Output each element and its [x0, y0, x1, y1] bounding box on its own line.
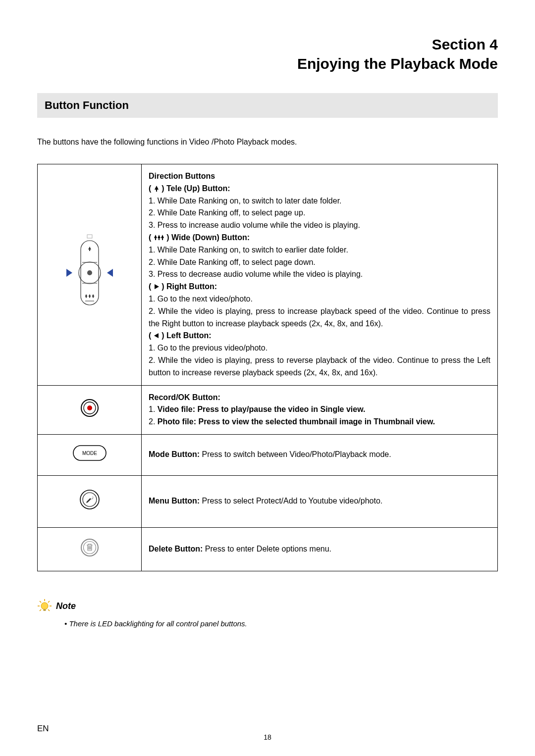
- table-row: Menu Button: Press to select Protect/Add…: [38, 475, 498, 527]
- delete-button-icon: [80, 538, 100, 557]
- three-trees-icon: [154, 234, 164, 241]
- mode-description: Mode Button: Press to switch between Vid…: [142, 434, 498, 475]
- note-label: Note: [56, 601, 76, 611]
- left-triangle-icon: [154, 332, 160, 339]
- table-row: Delete Button: Press to enter Delete opt…: [38, 527, 498, 571]
- svg-rect-7: [89, 297, 90, 298]
- wide-item-1: 1. While Date Ranking on, to switch to e…: [149, 244, 490, 256]
- record-line-2: 2. Photo file: Press to view the selecte…: [149, 416, 490, 428]
- record-line-1: 1. Video file: Press to play/pause the v…: [149, 403, 490, 416]
- note-block: Note • There is LED backlighting for all…: [37, 599, 498, 628]
- note-title: Note: [37, 599, 76, 613]
- mode-button-icon: MODE: [72, 445, 107, 461]
- menu-icon-cell: [38, 475, 142, 527]
- record-ok-icon-cell: [38, 385, 142, 434]
- svg-rect-13: [159, 238, 160, 240]
- svg-point-2: [87, 270, 92, 275]
- record-ok-icon: [80, 398, 100, 418]
- svg-line-29: [40, 609, 41, 611]
- left-item-2: 2. While the video is playing, press to …: [149, 354, 490, 379]
- svg-rect-12: [155, 238, 156, 240]
- svg-rect-32: [44, 609, 46, 611]
- svg-rect-11: [156, 190, 157, 192]
- record-description: Record/OK Button: 1. Video file: Press t…: [142, 385, 498, 434]
- svg-rect-14: [162, 238, 163, 240]
- direction-description: Direction Buttons ( ) Tele (Up) Button: …: [142, 164, 498, 386]
- svg-point-17: [87, 405, 92, 410]
- tele-heading: ( ) Tele (Up) Button:: [149, 183, 490, 195]
- button-function-table: Direction Buttons ( ) Tele (Up) Button: …: [37, 164, 498, 571]
- section-title: Enjoying the Playback Mode: [297, 55, 498, 72]
- table-row: Record/OK Button: 1. Video file: Press t…: [38, 385, 498, 434]
- tele-item-2: 2. While Date Ranking off, to select pag…: [149, 207, 490, 219]
- svg-line-26: [48, 601, 50, 603]
- svg-line-30: [48, 609, 50, 611]
- right-item-2: 2. While the video is playing, press to …: [149, 305, 490, 330]
- wide-item-2: 2. While Date Ranking off, to select pag…: [149, 256, 490, 269]
- wide-heading: ( ) Wide (Down) Button:: [149, 232, 490, 244]
- lightbulb-icon: [37, 599, 52, 613]
- svg-rect-5: [89, 250, 90, 251]
- wide-item-3: 3. Press to decrease audio volume while …: [149, 268, 490, 281]
- footer-page-number: 18: [264, 733, 271, 741]
- mode-icon-cell: MODE: [38, 434, 142, 475]
- section-heading: Section 4 Enjoying the Playback Mode: [37, 35, 498, 73]
- dpad-icon: [57, 231, 122, 315]
- note-bullet: • There is LED backlighting for all cont…: [64, 619, 498, 628]
- intro-text: The buttons have the following functions…: [37, 138, 498, 147]
- left-heading: ( ) Left Button:: [149, 330, 490, 342]
- tele-item-1: 1. While Date Ranking on, to switch to l…: [149, 195, 490, 207]
- right-heading: ( ) Right Button:: [149, 281, 490, 293]
- footer-language: EN: [37, 724, 49, 734]
- right-triangle-icon: [154, 283, 160, 290]
- direction-heading: Direction Buttons: [149, 170, 490, 183]
- svg-text:MODE: MODE: [82, 451, 97, 456]
- svg-rect-6: [86, 297, 87, 298]
- svg-line-25: [40, 601, 41, 603]
- svg-point-31: [41, 603, 48, 609]
- svg-rect-8: [93, 297, 94, 298]
- svg-rect-10: [87, 235, 92, 238]
- direction-pad-illustration: [38, 164, 142, 386]
- table-row: Direction Buttons ( ) Tele (Up) Button: …: [38, 164, 498, 386]
- section-number: Section 4: [432, 36, 498, 52]
- delete-icon-cell: [38, 527, 142, 571]
- delete-description: Delete Button: Press to enter Delete opt…: [142, 527, 498, 571]
- single-tree-icon: [154, 185, 160, 192]
- sub-heading: Button Function: [37, 93, 498, 118]
- right-item-1: 1. Go to the next video/photo.: [149, 293, 490, 305]
- menu-button-icon: [79, 489, 101, 510]
- record-heading: Record/OK Button:: [149, 392, 490, 404]
- tele-item-3: 3. Press to increase audio volume while …: [149, 219, 490, 232]
- menu-description: Menu Button: Press to select Protect/Add…: [142, 475, 498, 527]
- table-row: MODE Mode Button: Press to switch betwee…: [38, 434, 498, 475]
- left-item-1: 1. Go to the previous video/photo.: [149, 342, 490, 354]
